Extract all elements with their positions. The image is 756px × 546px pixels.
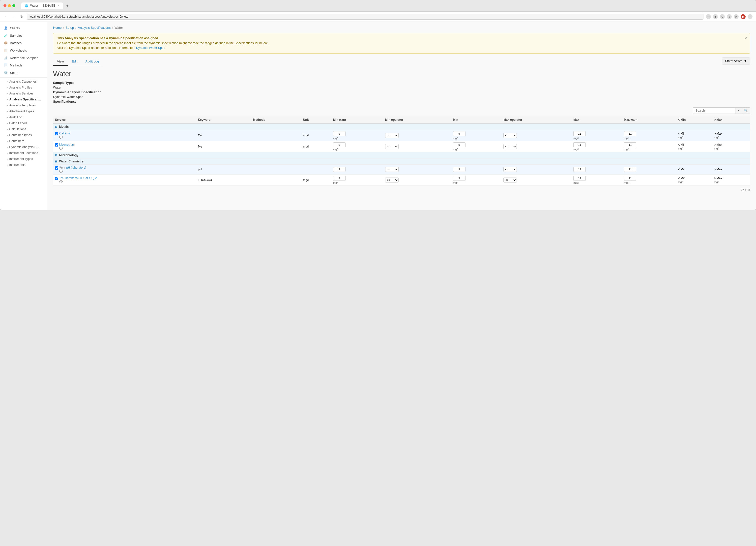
max-operator-cell: <= < <box>501 141 571 152</box>
service-link[interactable]: pH (laboratory) <box>66 166 86 169</box>
min-input[interactable] <box>453 131 465 136</box>
sidebar-item-instrument-locations[interactable]: › Instrument Locations <box>0 150 47 156</box>
sidebar-item-analysis-specifications[interactable]: › Analysis Specificati... <box>0 96 47 102</box>
max-operator-select[interactable]: <= < <box>503 167 517 172</box>
alert-box: This Analysis Specification has a Dynami… <box>53 33 750 54</box>
group-expand-icon[interactable]: ⊞ <box>55 154 57 157</box>
back-button[interactable]: ← <box>3 14 9 19</box>
lt-min-cell: < Min <box>676 164 712 174</box>
tab-edit[interactable]: Edit <box>68 57 81 66</box>
sidebar-item-analysis-categories[interactable]: › Analysis Categories <box>0 79 47 85</box>
max-warn-input[interactable] <box>624 142 636 147</box>
user-avatar[interactable]: R <box>741 14 746 19</box>
search-input[interactable] <box>693 108 735 113</box>
service-link[interactable]: Magnesium <box>59 143 75 146</box>
extension-icon1[interactable]: ◉ <box>713 14 718 19</box>
row-checkbox[interactable] <box>55 166 58 169</box>
min-input[interactable] <box>453 142 465 147</box>
min-warn-input[interactable] <box>333 142 346 147</box>
reload-button[interactable]: ↻ <box>19 14 24 19</box>
row-checkbox[interactable] <box>55 132 58 135</box>
service-link[interactable]: Calcium <box>59 132 70 135</box>
min-unit: mg/l <box>453 148 500 151</box>
extension-icon3[interactable]: ℹ <box>727 14 732 19</box>
address-bar[interactable]: localhost:8080/senaite/bika_setup/bika_a… <box>27 14 703 20</box>
sidebar-item-batches[interactable]: Batches <box>0 39 47 47</box>
sidebar-item-clients[interactable]: Clients <box>0 24 47 32</box>
tab-close-button[interactable]: ✕ <box>58 4 59 7</box>
min-operator-select[interactable]: >= > <box>385 167 399 172</box>
row-checkbox[interactable] <box>55 177 58 180</box>
view-tabs: View Edit Audit Log <box>53 57 103 66</box>
comment-icon[interactable]: 💬 <box>59 170 86 173</box>
sidebar-item-setup[interactable]: Setup <box>0 69 47 76</box>
sidebar-item-containers[interactable]: › Containers <box>0 138 47 144</box>
menu-icon[interactable]: ⋮ <box>748 14 753 19</box>
meta-dynamic-spec: Dynamic Analysis Specification: <box>53 90 750 94</box>
new-tab-button[interactable]: + <box>64 2 71 9</box>
breadcrumb: Home / Setup / Analysis Specifications /… <box>53 26 750 29</box>
alert-close-button[interactable]: × <box>745 36 747 40</box>
row-checkbox[interactable] <box>55 143 58 146</box>
sidebar-item-analysis-profiles[interactable]: › Analysis Profiles <box>0 85 47 90</box>
sidebar-item-batch-labels[interactable]: › Batch Labels <box>0 120 47 126</box>
min-input[interactable] <box>453 167 465 172</box>
sidebar-item-audit-log[interactable]: › Audit Log <box>0 114 47 120</box>
max-operator-select[interactable]: <= < <box>503 177 517 182</box>
min-operator-select[interactable]: >= > <box>385 133 399 138</box>
max-warn-input[interactable] <box>624 167 636 172</box>
sidebar-item-dynamic-analysis[interactable]: › Dynamic Analysis S... <box>0 144 47 150</box>
sidebar-item-analysis-services[interactable]: › Analysis Services <box>0 90 47 96</box>
group-expand-icon[interactable]: ⊞ <box>55 125 57 128</box>
sidebar-item-calculations[interactable]: › Calculations <box>0 126 47 132</box>
sidebar-item-container-types[interactable]: › Container Types <box>0 132 47 138</box>
sidebar-item-samples[interactable]: Samples <box>0 32 47 39</box>
bookmark-icon[interactable]: ☆ <box>706 14 711 19</box>
breadcrumb-home[interactable]: Home <box>53 26 62 29</box>
sidebar-item-analysis-templates[interactable]: › Analysis Templates <box>0 102 47 108</box>
min-operator-select[interactable]: >= > <box>385 144 399 149</box>
max-operator-select[interactable]: <= < <box>503 144 517 149</box>
comment-icon[interactable]: 💬 <box>59 136 70 139</box>
dynamic-water-spec-link[interactable]: Dynamic Water Spec <box>136 46 165 50</box>
tab-view[interactable]: View <box>53 57 68 66</box>
max-warn-input[interactable] <box>624 131 636 136</box>
forward-button[interactable]: → <box>11 14 17 19</box>
sidebar-label-methods: Methods <box>10 63 22 67</box>
state-button[interactable]: State: Active ▼ <box>722 57 750 64</box>
comment-icon[interactable]: 💬 <box>59 180 97 183</box>
sidebar-item-reference-samples[interactable]: Reference Samples <box>0 54 47 61</box>
max-input[interactable] <box>573 142 586 147</box>
sidebar-item-attachment-types[interactable]: › Attachment Types <box>0 108 47 114</box>
breadcrumb-setup[interactable]: Setup <box>65 26 74 29</box>
min-warn-input[interactable] <box>333 176 346 181</box>
group-expand-icon[interactable]: ⊞ <box>55 160 57 163</box>
service-link[interactable]: Tot. Hardness (THCaCO3) <box>59 176 94 180</box>
sidebar-item-instrument-types[interactable]: › Instrument Types <box>0 156 47 162</box>
min-warn-input[interactable] <box>333 131 346 136</box>
sidebar-item-instruments[interactable]: › Instruments <box>0 162 47 168</box>
min-warn-input[interactable] <box>333 167 346 172</box>
comment-icon[interactable]: 💬 <box>59 147 75 150</box>
min-input[interactable] <box>453 176 465 181</box>
sidebar-item-methods[interactable]: Methods <box>0 61 47 69</box>
traffic-light-yellow[interactable] <box>8 4 11 7</box>
max-input[interactable] <box>573 131 586 136</box>
max-input[interactable] <box>573 176 586 181</box>
min-operator-select[interactable]: >= > <box>385 177 399 182</box>
browser-tab[interactable]: 🌐 Water — SENAITE ✕ <box>21 2 63 9</box>
extension-icon2[interactable]: ⊙ <box>720 14 725 19</box>
sidebar-item-worksheets[interactable]: Worksheets <box>0 47 47 54</box>
max-warn-input[interactable] <box>624 176 636 181</box>
meta-sample-type-value: Water <box>53 85 750 89</box>
breadcrumb-analysis-specifications[interactable]: Analysis Specifications <box>78 26 111 29</box>
chevron-icon: › <box>7 146 8 148</box>
search-clear-button[interactable]: ✕ <box>735 108 742 113</box>
extension-icon4[interactable]: M <box>734 14 739 19</box>
max-operator-select[interactable]: <= < <box>503 133 517 138</box>
search-submit-button[interactable]: 🔍 <box>742 108 750 113</box>
traffic-light-green[interactable] <box>12 4 15 7</box>
tab-audit-log[interactable]: Audit Log <box>81 57 103 66</box>
max-input[interactable] <box>573 167 586 172</box>
traffic-light-red[interactable] <box>3 4 6 7</box>
